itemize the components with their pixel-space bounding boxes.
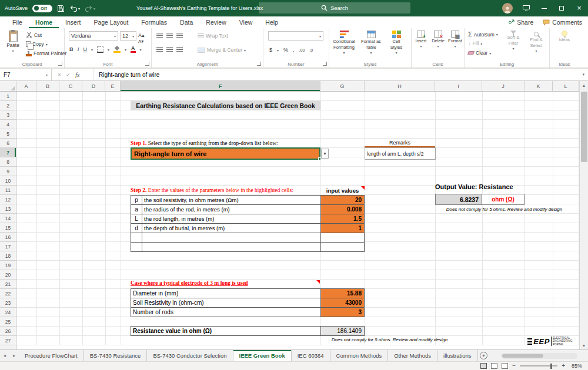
increase-decimal-button[interactable]: .00 xyxy=(299,48,305,52)
row-header-8[interactable]: 8 xyxy=(0,157,16,167)
tab-scroll-left-icon[interactable]: ◂ xyxy=(0,350,9,361)
remarks-value-cell[interactable]: length of arm L, depth s/2 xyxy=(365,147,436,160)
empty-cell[interactable] xyxy=(131,242,142,252)
row-header-18[interactable]: 18 xyxy=(0,251,16,261)
ribbon-tab-formulas[interactable]: Formulas xyxy=(135,16,173,28)
format-as-table-button[interactable]: Format as Table ▾ xyxy=(359,31,383,55)
number-format-select[interactable]: ▾ xyxy=(268,31,323,41)
empty-cell[interactable] xyxy=(142,242,321,252)
redo-button[interactable]: ▾ xyxy=(85,5,95,12)
earthing-type-dropdown-cell[interactable]: Right-angle turn of wire xyxy=(131,147,320,160)
align-bottom-button[interactable] xyxy=(176,33,183,38)
delete-cells-button[interactable]: × Delete ▾ xyxy=(430,31,446,48)
fill-button[interactable]: ↓ Fill ▾ xyxy=(468,41,482,46)
cut-button[interactable]: Cut xyxy=(26,32,42,38)
input-values-header-cell[interactable]: input values xyxy=(320,186,365,195)
resistance-value-cell[interactable]: 186.1409 xyxy=(320,326,365,336)
empty-cell[interactable] xyxy=(142,233,321,243)
ribbon-tab-file[interactable]: File xyxy=(6,16,29,28)
param-symbol-cell[interactable]: d xyxy=(131,223,142,233)
sheet-tab-other-methods[interactable]: Other Methods xyxy=(388,350,437,361)
wrap-text-button[interactable]: Wrap Text xyxy=(198,33,228,39)
page-layout-view-button[interactable] xyxy=(491,363,497,369)
row-header-2[interactable]: 2 xyxy=(0,101,16,110)
merge-center-button[interactable]: Merge & Center ▾ xyxy=(198,47,246,53)
param-desc-cell[interactable]: the depth of burial, in metres (m) xyxy=(142,223,321,233)
ideas-button[interactable]: Ideas xyxy=(554,31,574,42)
align-center-button[interactable] xyxy=(166,47,173,52)
scroll-down-icon[interactable]: ▼ xyxy=(580,341,588,349)
number-dialog-launcher[interactable] xyxy=(323,62,327,66)
bold-button[interactable]: B xyxy=(69,46,74,52)
close-button[interactable]: × xyxy=(570,0,588,16)
output-unit-cell[interactable]: ohm (Ω) xyxy=(482,194,524,205)
row-header-10[interactable]: 10 xyxy=(0,176,16,186)
column-header-J[interactable]: J xyxy=(482,81,524,91)
row-header-6[interactable]: 6 xyxy=(0,139,16,148)
sheet-tab-procedure-flowchart[interactable]: Procedure FlowChart xyxy=(19,350,84,361)
clear-button[interactable]: Clear ▾ xyxy=(468,50,491,56)
column-header-D[interactable]: D xyxy=(82,81,105,91)
column-header-C[interactable]: C xyxy=(59,81,82,91)
output-value-cell[interactable]: 6.8237 xyxy=(435,194,482,205)
alignment-dialog-launcher[interactable] xyxy=(257,62,261,66)
zoom-out-button[interactable]: − xyxy=(512,363,516,369)
save-button[interactable] xyxy=(57,5,65,12)
zoom-slider[interactable] xyxy=(520,365,557,366)
case-value-cell[interactable]: 43000 xyxy=(320,298,365,308)
align-top-button[interactable] xyxy=(156,33,163,38)
row-header-13[interactable]: 13 xyxy=(0,204,16,214)
borders-button[interactable] xyxy=(97,46,103,53)
align-left-button[interactable] xyxy=(156,47,163,52)
user-avatar[interactable] xyxy=(502,3,513,14)
sheet-tab-common-methods[interactable]: Common Methods xyxy=(330,350,389,361)
comments-button[interactable]: Comments xyxy=(543,19,582,26)
row-header-27[interactable]: 27 xyxy=(0,336,16,345)
row-header-4[interactable]: 4 xyxy=(0,120,16,129)
autosave-toggle[interactable]: Off xyxy=(32,5,52,12)
ribbon-tab-data[interactable]: Data xyxy=(173,16,199,28)
param-value-cell[interactable]: 1.5 xyxy=(320,214,365,224)
search-box[interactable]: Search xyxy=(259,2,410,14)
underline-button[interactable]: U xyxy=(83,46,88,52)
sheet-tab-bs-7430-resistance[interactable]: BS-7430 Resistance xyxy=(84,350,148,361)
sheet-tab-ieee-green-book[interactable]: IEEE Green Book xyxy=(233,350,292,361)
horizontal-scrollbar-thumb[interactable] xyxy=(502,354,543,358)
resistance-label-cell[interactable]: Resistance value in ohm (Ω) xyxy=(131,326,321,336)
find-select-button[interactable]: Find & Select ▾ xyxy=(525,31,547,53)
case-value-cell[interactable]: 3 xyxy=(320,307,365,317)
param-symbol-cell[interactable]: p xyxy=(131,195,142,205)
undo-button[interactable]: ▾ xyxy=(69,5,80,12)
fill-color-button[interactable] xyxy=(113,46,121,53)
column-header-F[interactable]: F xyxy=(121,81,320,91)
select-all-corner[interactable] xyxy=(0,81,16,91)
copy-button[interactable]: Copy ▾ xyxy=(26,41,48,47)
clipboard-dialog-launcher[interactable] xyxy=(58,62,62,66)
align-right-button[interactable] xyxy=(176,47,183,52)
remarks-header-cell[interactable]: Remarks xyxy=(365,139,435,147)
param-desc-cell[interactable]: the rod length, in metres (m) xyxy=(142,214,321,224)
autosum-button[interactable]: Σ AutoSum ▾ xyxy=(468,31,498,38)
row-header-19[interactable]: 19 xyxy=(0,261,16,270)
sort-filter-button[interactable]: Sort & Filter ▾ xyxy=(502,31,524,51)
column-header-K[interactable]: K xyxy=(524,81,553,91)
param-value-cell[interactable]: 1 xyxy=(320,223,365,233)
case-label-cell[interactable]: Soil Resistivity in (ohm-cm) xyxy=(131,298,321,308)
currency-button[interactable]: $ xyxy=(269,47,272,53)
column-header-H[interactable]: H xyxy=(365,81,435,91)
row-header-9[interactable]: 9 xyxy=(0,167,16,176)
format-painter-button[interactable]: Format Painter xyxy=(26,51,66,56)
row-header-24[interactable]: 24 xyxy=(0,308,16,317)
font-size-select[interactable]: 12 ▾ xyxy=(120,31,136,41)
vertical-scrollbar-thumb[interactable] xyxy=(581,92,587,162)
param-desc-cell[interactable]: the soil resistivity, in ohm metres (Ωm) xyxy=(142,195,321,205)
row-header-26[interactable]: 26 xyxy=(0,327,16,336)
row-header-22[interactable]: 22 xyxy=(0,289,16,298)
minimize-button[interactable] xyxy=(535,0,553,16)
ribbon-tab-page-layout[interactable]: Page Layout xyxy=(87,16,135,28)
horizontal-scrollbar[interactable] xyxy=(501,353,577,359)
conditional-formatting-button[interactable]: Conditional Formatting ▾ xyxy=(330,31,358,55)
param-value-cell[interactable]: 20 xyxy=(320,195,365,205)
case-value-cell[interactable]: 15.88 xyxy=(320,288,365,298)
row-header-14[interactable]: 14 xyxy=(0,214,16,223)
